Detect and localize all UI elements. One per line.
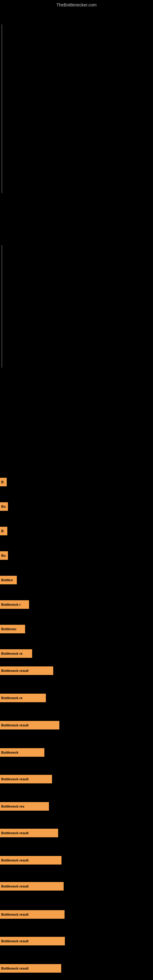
bar-row: Bottleneck result [0, 882, 64, 891]
vertical-line-1 [2, 245, 2, 368]
bar-row: Bottleneck result [0, 910, 65, 919]
bottleneck-bar-16: Bottleneck result [0, 882, 64, 891]
bar-row: Bottleneck re [0, 649, 32, 658]
bottleneck-bar-19: Bottleneck result [0, 964, 61, 973]
vertical-line-0 [2, 24, 2, 193]
bar-row: Bottleneck result [0, 775, 52, 783]
bottleneck-bar-12: Bottleneck result [0, 775, 52, 783]
bottleneck-bar-18: Bottleneck result [0, 937, 65, 945]
bar-row: B [0, 478, 7, 486]
bottleneck-bar-4: Bottlen [0, 576, 17, 584]
bottleneck-bar-8: Bottleneck result [0, 667, 53, 675]
bottleneck-bar-17: Bottleneck result [0, 910, 65, 919]
bottleneck-bar-14: Bottleneck result [0, 829, 58, 837]
bottleneck-bar-5: Bottleneck r [0, 600, 29, 609]
bar-row: Bottleneck result [0, 829, 58, 837]
bottleneck-bar-10: Bottleneck result [0, 721, 59, 730]
site-title: TheBottlenecker.com [56, 2, 97, 7]
bar-row: Bo [0, 551, 8, 560]
bar-row: Bottleneck res [0, 802, 49, 811]
bar-row: Bottleneck [0, 748, 45, 757]
bar-row: Bottleneck result [0, 856, 62, 865]
bottleneck-bar-7: Bottleneck re [0, 649, 32, 658]
bottleneck-bar-2: B [0, 527, 7, 535]
bottleneck-bar-6: Bottlenec [0, 625, 25, 633]
bottleneck-bar-9: Bottleneck re [0, 694, 46, 702]
bottleneck-bar-11: Bottleneck [0, 748, 45, 757]
bar-row: Bottleneck re [0, 694, 46, 702]
bar-row: Bottlenec [0, 625, 25, 633]
bar-row: B [0, 527, 7, 535]
bar-row: Bottlen [0, 576, 17, 584]
bar-row: Bottleneck result [0, 667, 53, 675]
bar-row: Bo [0, 502, 8, 511]
bottleneck-bar-1: Bo [0, 502, 8, 511]
bar-row: Bottleneck result [0, 937, 65, 945]
bar-row: Bottleneck result [0, 964, 61, 973]
bottleneck-bar-13: Bottleneck res [0, 802, 49, 811]
bottleneck-bar-3: Bo [0, 551, 8, 560]
bottleneck-bar-15: Bottleneck result [0, 856, 62, 865]
bar-row: Bottleneck result [0, 721, 59, 730]
bar-row: Bottleneck r [0, 600, 29, 609]
bottleneck-bar-0: B [0, 478, 7, 486]
